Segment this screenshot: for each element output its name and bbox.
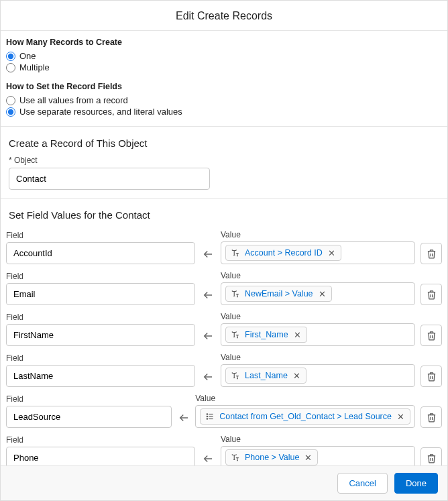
- field-value-row: FieldValuePhone > Value✕: [6, 435, 442, 465]
- field-input[interactable]: [6, 447, 195, 465]
- value-label: Value: [221, 435, 415, 444]
- value-pill[interactable]: NewEmail > Value✕: [225, 286, 332, 302]
- arrow-left-icon: [202, 330, 214, 342]
- radio-all-values[interactable]: [6, 96, 15, 105]
- value-input[interactable]: Account > Record ID✕: [221, 241, 415, 264]
- field-label: Field: [6, 272, 195, 281]
- delete-row-button[interactable]: [421, 284, 442, 305]
- value-pill[interactable]: Account > Record ID✕: [225, 245, 341, 261]
- radio-separate[interactable]: [6, 107, 15, 117]
- value-pill[interactable]: Last_Name✕: [225, 368, 306, 384]
- delete-row-button[interactable]: [421, 325, 442, 346]
- pill-text: Account > Record ID: [245, 248, 323, 258]
- value-label: Value: [195, 394, 415, 403]
- field-input[interactable]: [6, 242, 195, 264]
- radio-multiple-label: Multiple: [19, 62, 50, 72]
- svg-point-5: [207, 414, 207, 414]
- value-input[interactable]: First_Name✕: [221, 323, 415, 346]
- remove-pill-icon[interactable]: ✕: [292, 331, 302, 339]
- how-many-option-one[interactable]: One: [6, 51, 442, 61]
- arrow-left-icon: [178, 412, 190, 424]
- field-value-rows: FieldValueAccount > Record ID✕ FieldValu…: [1, 230, 447, 465]
- field-label: Field: [6, 231, 195, 240]
- radio-one[interactable]: [6, 52, 15, 61]
- object-section: Create a Record of This Object Object: [1, 127, 447, 198]
- arrow-left-icon: [202, 453, 214, 465]
- text-icon: [230, 288, 241, 299]
- how-many-section: How Many Records to Create One Multiple: [1, 31, 447, 82]
- value-label: Value: [221, 312, 415, 321]
- remove-pill-icon[interactable]: ✕: [396, 412, 406, 421]
- radio-separate-label: Use separate resources, and literal valu…: [19, 107, 182, 117]
- pill-text: Contact from Get_Old_Contact > Lead Sour…: [219, 412, 392, 421]
- how-many-title: How Many Records to Create: [6, 38, 442, 47]
- field-input[interactable]: [6, 283, 195, 305]
- value-pill[interactable]: First_Name✕: [225, 327, 307, 343]
- arrow-left-icon: [202, 289, 214, 301]
- how-many-option-multiple[interactable]: Multiple: [6, 62, 442, 72]
- done-button[interactable]: Done: [394, 473, 438, 494]
- field-input[interactable]: [6, 324, 195, 346]
- delete-row-button[interactable]: [421, 447, 442, 465]
- how-set-option-separate[interactable]: Use separate resources, and literal valu…: [6, 107, 442, 117]
- pill-text: Last_Name: [245, 371, 288, 380]
- radio-multiple[interactable]: [6, 63, 15, 72]
- how-set-title: How to Set the Record Fields: [6, 82, 442, 91]
- value-label: Value: [221, 353, 415, 362]
- picklist-icon: [205, 411, 215, 422]
- how-set-section: How to Set the Record Fields Use all val…: [1, 82, 447, 126]
- svg-point-7: [207, 416, 207, 416]
- text-icon: [230, 370, 241, 381]
- value-input[interactable]: NewEmail > Value✕: [221, 282, 415, 305]
- pill-text: Phone > Value: [245, 453, 299, 462]
- remove-pill-icon[interactable]: ✕: [292, 372, 302, 380]
- field-values-heading: Set Field Values for the Contact: [9, 209, 442, 221]
- field-label: Field: [6, 353, 195, 363]
- dialog-footer: Cancel Done: [1, 465, 447, 500]
- how-set-option-all[interactable]: Use all values from a record: [6, 95, 442, 105]
- text-icon: [230, 329, 241, 340]
- value-input[interactable]: Contact from Get_Old_Contact > Lead Sour…: [195, 405, 415, 428]
- field-input[interactable]: [6, 406, 172, 428]
- edit-create-records-dialog: Edit Create Records How Many Records to …: [0, 0, 448, 501]
- value-input[interactable]: Last_Name✕: [221, 364, 415, 387]
- field-value-row: FieldValueContact from Get_Old_Contact >…: [6, 394, 442, 428]
- radio-one-label: One: [19, 51, 36, 61]
- field-label: Field: [6, 435, 195, 445]
- delete-row-button[interactable]: [421, 366, 442, 387]
- remove-pill-icon[interactable]: ✕: [303, 453, 313, 462]
- object-heading: Create a Record of This Object: [9, 137, 442, 149]
- radio-all-values-label: Use all values from a record: [19, 95, 128, 105]
- cancel-button[interactable]: Cancel: [337, 473, 387, 494]
- pill-text: NewEmail > Value: [245, 289, 313, 298]
- svg-point-9: [207, 419, 207, 419]
- remove-pill-icon[interactable]: ✕: [317, 290, 327, 298]
- delete-row-button[interactable]: [421, 243, 442, 264]
- dialog-body: How Many Records to Create One Multiple …: [1, 31, 447, 465]
- field-label: Field: [6, 394, 172, 404]
- field-value-row: FieldValueFirst_Name✕: [6, 312, 442, 346]
- value-pill[interactable]: Contact from Get_Old_Contact > Lead Sour…: [200, 408, 410, 425]
- pill-text: First_Name: [245, 330, 288, 339]
- remove-pill-icon[interactable]: ✕: [327, 249, 337, 258]
- value-input[interactable]: Phone > Value✕: [221, 446, 415, 465]
- value-pill[interactable]: Phone > Value✕: [225, 449, 318, 465]
- field-value-row: FieldValueNewEmail > Value✕: [6, 271, 442, 305]
- object-label: Object: [9, 156, 442, 165]
- field-value-row: FieldValueLast_Name✕: [6, 353, 442, 387]
- field-label: Field: [6, 313, 195, 322]
- arrow-left-icon: [202, 371, 214, 383]
- text-icon: [230, 247, 241, 258]
- field-input[interactable]: [6, 365, 195, 387]
- value-label: Value: [221, 230, 415, 239]
- delete-row-button[interactable]: [421, 406, 442, 428]
- dialog-title: Edit Create Records: [1, 1, 447, 31]
- object-input[interactable]: [9, 168, 210, 190]
- value-label: Value: [221, 271, 415, 280]
- field-value-row: FieldValueAccount > Record ID✕: [6, 230, 442, 264]
- text-icon: [230, 452, 241, 463]
- field-values-section: Set Field Values for the Contact: [1, 199, 447, 230]
- arrow-left-icon: [202, 248, 214, 260]
